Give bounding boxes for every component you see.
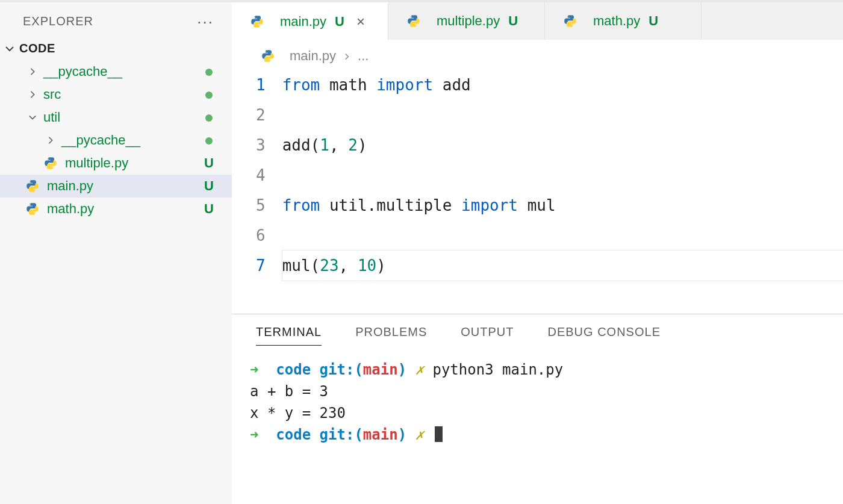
git-untracked-badge: U	[197, 201, 221, 217]
line-number: 2	[256, 100, 266, 130]
line-number: 1	[256, 70, 266, 100]
prompt-arrow-icon: ➜	[250, 426, 258, 443]
chevron-right-icon	[43, 136, 58, 145]
python-icon	[250, 14, 264, 29]
prompt-arrow-icon: ➜	[250, 361, 258, 378]
git-untracked-badge: U	[197, 178, 221, 194]
prompt-branch: main	[363, 361, 398, 378]
tree-item-label: util	[43, 110, 197, 125]
line-number: 7	[256, 250, 266, 281]
tree-item-label: src	[43, 87, 197, 102]
tab-multiple-py[interactable]: multiple.pyU	[388, 2, 545, 40]
panel-tab-output[interactable]: OUTPUT	[461, 325, 514, 346]
git-untracked-badge: U	[335, 14, 344, 30]
explorer-header: EXPLORER ···	[0, 6, 232, 39]
tree-folder--pycache-[interactable]: __pycache__	[0, 129, 232, 152]
bottom-panel: TERMINALPROBLEMSOUTPUTDEBUG CONSOLE ➜ co…	[232, 314, 843, 504]
code-line	[282, 160, 843, 190]
prompt-cwd: code	[276, 361, 311, 378]
breadcrumb[interactable]: main.py ...	[232, 40, 843, 67]
tab-label: math.py	[593, 13, 640, 29]
chevron-right-icon	[25, 90, 40, 99]
file-tree: __pycache__srcutil__pycache__multiple.py…	[0, 60, 232, 232]
git-untracked-badge: U	[508, 13, 518, 29]
tree-item-label: __pycache__	[43, 64, 197, 79]
explorer-section[interactable]: CODE	[0, 39, 232, 60]
terminal-command: python3 main.py	[432, 361, 563, 378]
tree-folder-src[interactable]: src	[0, 83, 232, 106]
git-untracked-badge: U	[649, 13, 658, 29]
explorer-more-icon[interactable]: ···	[197, 19, 214, 25]
line-number: 3	[256, 130, 266, 160]
tab-main-py[interactable]: main.pyU×	[232, 2, 388, 40]
git-untracked-badge: U	[197, 155, 221, 171]
code-line	[282, 100, 843, 130]
prompt-git: git:(	[320, 361, 363, 378]
terminal-line: ➜ code git:(main) ✗ python3 main.py	[250, 359, 843, 381]
python-icon	[43, 156, 58, 170]
git-modified-dot	[197, 64, 221, 79]
editor-area: main.pyU×multiple.pyUmath.pyU main.py ..…	[232, 0, 843, 504]
breadcrumb-tail: ...	[358, 48, 369, 64]
explorer-sidebar: EXPLORER ··· CODE __pycache__srcutil__py…	[0, 0, 232, 504]
python-icon	[563, 14, 577, 28]
line-number: 5	[256, 190, 266, 220]
editor-tabs: main.pyU×multiple.pyUmath.pyU	[232, 2, 843, 40]
terminal-cursor	[435, 426, 443, 442]
git-modified-dot	[197, 87, 221, 102]
panel-tabs: TERMINALPROBLEMSOUTPUTDEBUG CONSOLE	[232, 314, 843, 353]
code-line	[282, 220, 843, 250]
terminal-output-line: x * y = 230	[250, 402, 843, 424]
line-number: 4	[256, 160, 266, 190]
code-line: from math import add	[282, 70, 843, 100]
chevron-right-icon	[343, 49, 350, 63]
python-icon	[406, 14, 421, 28]
terminal-output-line: a + b = 3	[250, 381, 843, 402]
code-line: add(1, 2)	[282, 130, 843, 160]
panel-tab-debug-console[interactable]: DEBUG CONSOLE	[548, 325, 661, 346]
prompt-cwd: code	[276, 426, 311, 443]
tree-item-label: main.py	[47, 178, 197, 194]
code-line: from util.multiple import mul	[282, 190, 843, 220]
python-icon	[261, 49, 275, 63]
tab-label: main.py	[280, 14, 326, 30]
chevron-down-icon	[5, 44, 14, 54]
tree-item-label: multiple.py	[65, 155, 197, 171]
prompt-dirty-icon: ✗	[415, 361, 424, 378]
explorer-section-title: CODE	[19, 42, 55, 55]
tree-folder-util[interactable]: util	[0, 106, 232, 129]
tree-item-label: math.py	[47, 201, 197, 217]
tree-file-main-py[interactable]: main.pyU	[0, 175, 232, 198]
tab-math-py[interactable]: math.pyU	[545, 2, 701, 40]
terminal-content[interactable]: ➜ code git:(main) ✗ python3 main.pya + b…	[232, 353, 843, 504]
git-modified-dot	[197, 110, 221, 125]
prompt-git: git:(	[320, 426, 363, 443]
tree-item-label: __pycache__	[61, 132, 197, 148]
line-gutter: 1234567	[247, 70, 282, 314]
chevron-down-icon	[25, 113, 40, 122]
prompt-dirty-icon: ✗	[415, 426, 424, 443]
line-number: 6	[256, 220, 266, 250]
tab-label: multiple.py	[437, 13, 500, 29]
panel-tab-terminal[interactable]: TERMINAL	[256, 325, 322, 346]
terminal-line: ➜ code git:(main) ✗	[250, 424, 843, 446]
tree-file-math-py[interactable]: math.pyU	[0, 198, 232, 220]
python-icon	[25, 179, 40, 193]
chevron-right-icon	[25, 67, 40, 76]
close-icon[interactable]: ×	[356, 13, 365, 30]
explorer-title: EXPLORER	[23, 14, 93, 28]
panel-tab-problems[interactable]: PROBLEMS	[355, 325, 427, 346]
code-content: from math import add add(1, 2) from util…	[282, 70, 843, 314]
prompt-branch: main	[363, 426, 398, 443]
tree-file-multiple-py[interactable]: multiple.pyU	[0, 152, 232, 175]
code-line: mul(23, 10)	[282, 250, 843, 281]
app-root: EXPLORER ··· CODE __pycache__srcutil__py…	[0, 0, 843, 504]
git-modified-dot	[197, 132, 221, 148]
code-editor[interactable]: 1234567 from math import add add(1, 2) f…	[232, 67, 843, 314]
breadcrumb-file: main.py	[290, 48, 336, 64]
python-icon	[25, 202, 40, 216]
tree-folder--pycache-[interactable]: __pycache__	[0, 60, 232, 83]
